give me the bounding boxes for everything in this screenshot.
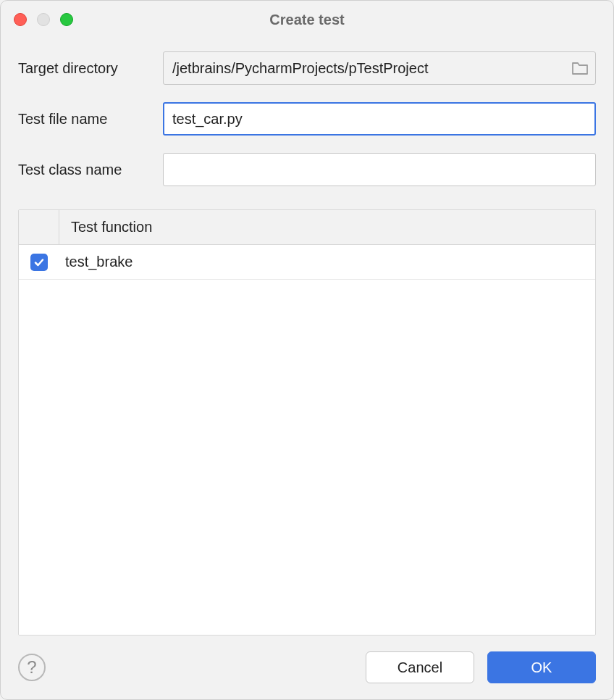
window-controls [14,13,73,26]
table-header-function-column: Test function [59,210,595,244]
create-test-dialog: Create test Target directory Test file n… [0,0,614,700]
zoom-window-button[interactable] [60,13,73,26]
titlebar: Create test [1,1,613,38]
test-function-table: Test function test_brake [18,209,596,636]
test-file-name-label: Test file name [18,111,163,128]
test-class-name-input-wrapper [163,153,596,186]
table-row[interactable]: test_brake [19,245,595,280]
help-icon: ? [27,657,36,678]
test-function-checkbox[interactable] [30,254,48,271]
test-function-name: test_brake [59,254,595,270]
window-title: Create test [1,12,613,28]
test-class-name-label: Test class name [18,162,163,178]
test-class-name-field[interactable] [163,153,596,186]
checkmark-icon [33,257,45,268]
table-body: test_brake [19,245,595,635]
test-class-name-row: Test class name [18,153,596,186]
test-file-name-field[interactable] [163,102,596,136]
table-header: Test function [19,210,595,245]
target-directory-row: Target directory [18,51,596,85]
target-directory-input-wrapper [163,51,596,85]
test-file-name-row: Test file name [18,102,596,136]
cancel-button[interactable]: Cancel [366,651,474,683]
table-header-check-column [19,210,59,244]
form-area: Target directory Test file name Test cla… [1,38,613,204]
ok-button[interactable]: OK [487,651,596,683]
table-cell-checkbox [19,254,59,271]
target-directory-field[interactable] [163,51,596,85]
help-button[interactable]: ? [18,654,46,681]
dialog-footer: ? Cancel OK [1,636,613,699]
close-window-button[interactable] [14,13,27,26]
target-directory-label: Target directory [18,60,163,77]
minimize-window-button[interactable] [37,13,50,26]
browse-folder-icon[interactable] [571,61,589,75]
test-file-name-input-wrapper [163,102,596,136]
